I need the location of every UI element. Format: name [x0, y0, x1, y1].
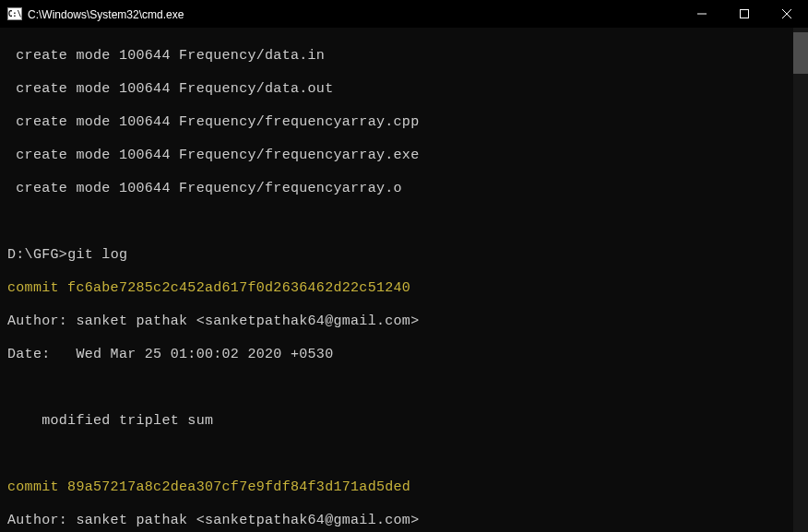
- output-line: create mode 100644 Frequency/data.in: [7, 48, 801, 65]
- scrollbar-track[interactable]: [793, 28, 808, 532]
- minimize-button[interactable]: [681, 0, 723, 28]
- maximize-button[interactable]: [723, 0, 766, 28]
- output-line: [7, 380, 801, 396]
- window-titlebar[interactable]: C:\ C:\Windows\System32\cmd.exe: [0, 0, 808, 28]
- cmd-icon: C:\: [7, 7, 22, 20]
- commit-date-line: Date: Wed Mar 25 01:00:02 2020 +0530: [7, 347, 801, 363]
- minimize-icon: [697, 9, 707, 18]
- commit-message-line: modified triplet sum: [7, 413, 801, 430]
- output-line: [7, 214, 801, 231]
- prompt-path: D:\GFG>: [7, 247, 67, 263]
- output-line: create mode 100644 Frequency/frequencyar…: [7, 181, 801, 197]
- output-line: create mode 100644 Frequency/data.out: [7, 81, 801, 98]
- close-icon: [782, 9, 791, 18]
- terminal-output[interactable]: create mode 100644 Frequency/data.in cre…: [0, 28, 808, 532]
- close-button[interactable]: [766, 0, 808, 28]
- output-line: create mode 100644 Frequency/frequencyar…: [7, 148, 801, 164]
- maximize-icon: [740, 9, 749, 18]
- output-line: [7, 446, 801, 463]
- commit-hash-line: commit fc6abe7285c2c452ad617f0d2636462d2…: [7, 280, 801, 297]
- output-line: create mode 100644 Frequency/frequencyar…: [7, 114, 801, 131]
- commit-author-line: Author: sanket pathak <sanketpathak64@gm…: [7, 513, 801, 529]
- scrollbar-thumb[interactable]: [793, 32, 808, 74]
- commit-hash-line: commit 89a57217a8c2dea307cf7e9fdf84f3d17…: [7, 479, 801, 496]
- window-title: C:\Windows\System32\cmd.exe: [28, 7, 681, 21]
- prompt-command: git log: [67, 247, 127, 263]
- prompt-line: D:\GFG>git log: [7, 247, 801, 264]
- window-controls: [681, 0, 808, 28]
- svg-rect-1: [741, 10, 749, 18]
- commit-author-line: Author: sanket pathak <sanketpathak64@gm…: [7, 313, 801, 330]
